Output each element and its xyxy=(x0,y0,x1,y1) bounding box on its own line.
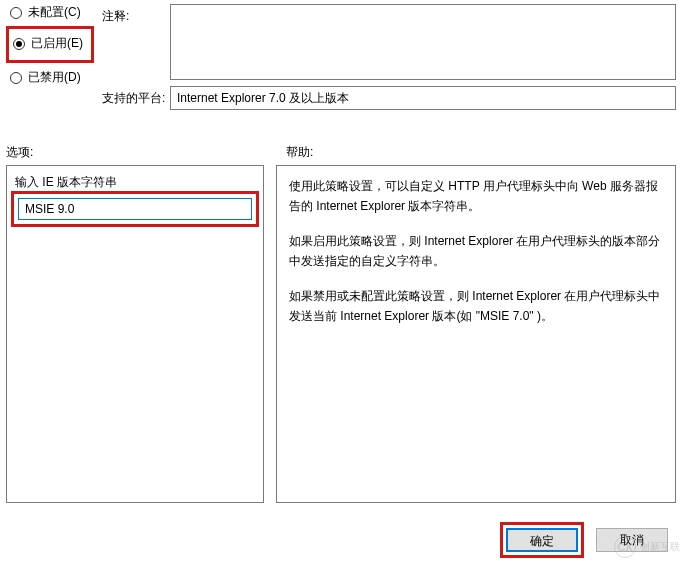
platform-value: Internet Explorer 7.0 及以上版本 xyxy=(170,86,676,110)
help-section-label: 帮助: xyxy=(286,144,686,161)
radio-enabled[interactable]: 已启用(E) xyxy=(9,35,91,52)
radio-disabled[interactable]: 已禁用(D) xyxy=(6,69,96,86)
radio-not-configured[interactable]: 未配置(C) xyxy=(6,4,96,21)
help-paragraph: 如果禁用或未配置此策略设置，则 Internet Explorer 在用户代理标… xyxy=(289,286,663,327)
radio-icon xyxy=(10,7,22,19)
help-panel: 使用此策略设置，可以自定义 HTTP 用户代理标头中向 Web 服务器报告的 I… xyxy=(276,165,676,503)
radio-icon-selected xyxy=(13,38,25,50)
radio-label-enabled: 已启用(E) xyxy=(31,35,83,52)
help-paragraph: 如果启用此策略设置，则 Internet Explorer 在用户代理标头的版本… xyxy=(289,231,663,272)
radio-label-not-configured: 未配置(C) xyxy=(28,4,81,21)
radio-icon xyxy=(10,72,22,84)
platform-label: 支持的平台: xyxy=(102,86,170,110)
comment-label: 注释: xyxy=(102,4,170,80)
options-panel: 输入 IE 版本字符串 xyxy=(6,165,264,503)
help-paragraph: 使用此策略设置，可以自定义 HTTP 用户代理标头中向 Web 服务器报告的 I… xyxy=(289,176,663,217)
ie-version-input[interactable] xyxy=(18,198,252,220)
radio-label-disabled: 已禁用(D) xyxy=(28,69,81,86)
options-section-label: 选项: xyxy=(6,144,286,161)
cancel-button[interactable]: 取消 xyxy=(596,528,668,552)
options-input-label: 输入 IE 版本字符串 xyxy=(15,174,255,191)
ok-button[interactable]: 确定 xyxy=(506,528,578,552)
comment-textarea[interactable] xyxy=(170,4,676,80)
